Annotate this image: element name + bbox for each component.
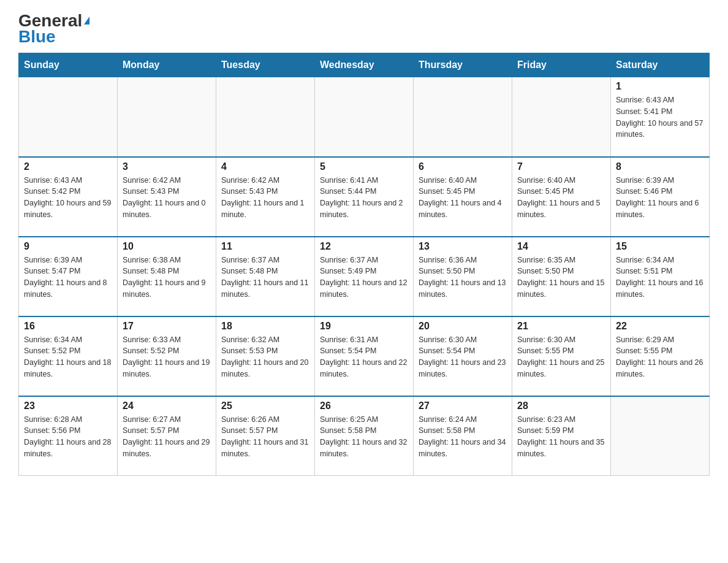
day-info: Sunrise: 6:34 AMSunset: 5:52 PMDaylight:…	[24, 334, 112, 380]
day-number: 9	[24, 241, 112, 252]
calendar-cell: 17Sunrise: 6:33 AMSunset: 5:52 PMDayligh…	[118, 316, 216, 396]
day-info: Sunrise: 6:36 AMSunset: 5:50 PMDaylight:…	[419, 255, 507, 301]
calendar-cell: 19Sunrise: 6:31 AMSunset: 5:54 PMDayligh…	[315, 316, 414, 396]
day-number: 27	[419, 400, 507, 412]
calendar-cell: 20Sunrise: 6:30 AMSunset: 5:54 PMDayligh…	[414, 316, 512, 396]
calendar-week-row: 1Sunrise: 6:43 AMSunset: 5:41 PMDaylight…	[19, 77, 710, 157]
calendar-week-row: 16Sunrise: 6:34 AMSunset: 5:52 PMDayligh…	[19, 316, 710, 396]
day-info: Sunrise: 6:42 AMSunset: 5:43 PMDaylight:…	[123, 175, 211, 221]
day-number: 14	[517, 241, 605, 252]
calendar-cell: 26Sunrise: 6:25 AMSunset: 5:58 PMDayligh…	[315, 396, 414, 476]
day-number: 11	[221, 241, 309, 252]
day-number: 3	[123, 161, 211, 172]
day-info: Sunrise: 6:24 AMSunset: 5:58 PMDaylight:…	[419, 414, 507, 460]
page-header: General Blue	[18, 12, 710, 47]
day-info: Sunrise: 6:28 AMSunset: 5:56 PMDaylight:…	[24, 414, 112, 460]
day-info: Sunrise: 6:23 AMSunset: 5:59 PMDaylight:…	[517, 414, 605, 460]
logo: General Blue	[18, 12, 89, 47]
calendar-cell: 10Sunrise: 6:38 AMSunset: 5:48 PMDayligh…	[118, 237, 216, 316]
calendar-cell: 27Sunrise: 6:24 AMSunset: 5:58 PMDayligh…	[414, 396, 512, 476]
day-number: 19	[320, 321, 408, 332]
calendar-cell: 16Sunrise: 6:34 AMSunset: 5:52 PMDayligh…	[19, 316, 118, 396]
calendar-cell: 25Sunrise: 6:26 AMSunset: 5:57 PMDayligh…	[216, 396, 315, 476]
calendar-cell: 9Sunrise: 6:39 AMSunset: 5:47 PMDaylight…	[19, 237, 118, 316]
calendar-cell: 21Sunrise: 6:30 AMSunset: 5:55 PMDayligh…	[512, 316, 611, 396]
day-number: 22	[616, 321, 704, 332]
calendar-cell: 4Sunrise: 6:42 AMSunset: 5:43 PMDaylight…	[216, 157, 315, 237]
calendar-cell	[414, 77, 512, 157]
day-info: Sunrise: 6:32 AMSunset: 5:53 PMDaylight:…	[221, 334, 309, 380]
calendar-header-row: SundayMondayTuesdayWednesdayThursdayFrid…	[19, 53, 710, 77]
calendar-cell: 12Sunrise: 6:37 AMSunset: 5:49 PMDayligh…	[315, 237, 414, 316]
calendar-cell: 24Sunrise: 6:27 AMSunset: 5:57 PMDayligh…	[118, 396, 216, 476]
day-number: 28	[517, 400, 605, 412]
weekday-header-saturday: Saturday	[611, 53, 710, 77]
weekday-header-wednesday: Wednesday	[315, 53, 414, 77]
calendar-table: SundayMondayTuesdayWednesdayThursdayFrid…	[18, 53, 710, 476]
day-number: 4	[221, 161, 309, 172]
day-info: Sunrise: 6:42 AMSunset: 5:43 PMDaylight:…	[221, 175, 309, 221]
day-info: Sunrise: 6:41 AMSunset: 5:44 PMDaylight:…	[320, 175, 408, 221]
day-info: Sunrise: 6:43 AMSunset: 5:41 PMDaylight:…	[616, 94, 704, 140]
day-info: Sunrise: 6:33 AMSunset: 5:52 PMDaylight:…	[123, 334, 211, 380]
calendar-cell: 1Sunrise: 6:43 AMSunset: 5:41 PMDaylight…	[611, 77, 710, 157]
calendar-cell	[512, 77, 611, 157]
day-info: Sunrise: 6:39 AMSunset: 5:46 PMDaylight:…	[616, 175, 704, 221]
calendar-cell	[216, 77, 315, 157]
day-number: 13	[419, 241, 507, 252]
day-number: 6	[419, 161, 507, 172]
day-number: 10	[123, 241, 211, 252]
calendar-cell: 11Sunrise: 6:37 AMSunset: 5:48 PMDayligh…	[216, 237, 315, 316]
day-info: Sunrise: 6:34 AMSunset: 5:51 PMDaylight:…	[616, 255, 704, 301]
calendar-cell	[118, 77, 216, 157]
day-info: Sunrise: 6:43 AMSunset: 5:42 PMDaylight:…	[24, 175, 112, 221]
day-info: Sunrise: 6:30 AMSunset: 5:55 PMDaylight:…	[517, 334, 605, 380]
day-number: 5	[320, 161, 408, 172]
calendar-cell: 28Sunrise: 6:23 AMSunset: 5:59 PMDayligh…	[512, 396, 611, 476]
day-number: 7	[517, 161, 605, 172]
day-info: Sunrise: 6:30 AMSunset: 5:54 PMDaylight:…	[419, 334, 507, 380]
day-number: 25	[221, 400, 309, 412]
calendar-cell	[611, 396, 710, 476]
calendar-cell: 23Sunrise: 6:28 AMSunset: 5:56 PMDayligh…	[19, 396, 118, 476]
day-number: 23	[24, 400, 112, 412]
day-info: Sunrise: 6:27 AMSunset: 5:57 PMDaylight:…	[123, 414, 211, 460]
calendar-cell	[315, 77, 414, 157]
calendar-cell: 14Sunrise: 6:35 AMSunset: 5:50 PMDayligh…	[512, 237, 611, 316]
day-number: 16	[24, 321, 112, 332]
calendar-cell: 8Sunrise: 6:39 AMSunset: 5:46 PMDaylight…	[611, 157, 710, 237]
calendar-cell: 7Sunrise: 6:40 AMSunset: 5:45 PMDaylight…	[512, 157, 611, 237]
day-number: 21	[517, 321, 605, 332]
calendar-cell: 18Sunrise: 6:32 AMSunset: 5:53 PMDayligh…	[216, 316, 315, 396]
calendar-cell: 13Sunrise: 6:36 AMSunset: 5:50 PMDayligh…	[414, 237, 512, 316]
calendar-cell: 3Sunrise: 6:42 AMSunset: 5:43 PMDaylight…	[118, 157, 216, 237]
day-number: 24	[123, 400, 211, 412]
weekday-header-thursday: Thursday	[414, 53, 512, 77]
logo-blue-text: Blue	[18, 27, 56, 47]
day-info: Sunrise: 6:29 AMSunset: 5:55 PMDaylight:…	[616, 334, 704, 380]
calendar-week-row: 2Sunrise: 6:43 AMSunset: 5:42 PMDaylight…	[19, 157, 710, 237]
weekday-header-friday: Friday	[512, 53, 611, 77]
weekday-header-monday: Monday	[118, 53, 216, 77]
calendar-cell: 6Sunrise: 6:40 AMSunset: 5:45 PMDaylight…	[414, 157, 512, 237]
day-number: 26	[320, 400, 408, 412]
day-info: Sunrise: 6:31 AMSunset: 5:54 PMDaylight:…	[320, 334, 408, 380]
calendar-cell: 5Sunrise: 6:41 AMSunset: 5:44 PMDaylight…	[315, 157, 414, 237]
day-info: Sunrise: 6:37 AMSunset: 5:49 PMDaylight:…	[320, 255, 408, 301]
day-number: 15	[616, 241, 704, 252]
calendar-cell: 22Sunrise: 6:29 AMSunset: 5:55 PMDayligh…	[611, 316, 710, 396]
day-info: Sunrise: 6:40 AMSunset: 5:45 PMDaylight:…	[419, 175, 507, 221]
calendar-week-row: 23Sunrise: 6:28 AMSunset: 5:56 PMDayligh…	[19, 396, 710, 476]
day-number: 12	[320, 241, 408, 252]
day-info: Sunrise: 6:40 AMSunset: 5:45 PMDaylight:…	[517, 175, 605, 221]
weekday-header-tuesday: Tuesday	[216, 53, 315, 77]
day-info: Sunrise: 6:38 AMSunset: 5:48 PMDaylight:…	[123, 255, 211, 301]
day-number: 8	[616, 161, 704, 172]
day-info: Sunrise: 6:26 AMSunset: 5:57 PMDaylight:…	[221, 414, 309, 460]
day-info: Sunrise: 6:39 AMSunset: 5:47 PMDaylight:…	[24, 255, 112, 301]
day-info: Sunrise: 6:35 AMSunset: 5:50 PMDaylight:…	[517, 255, 605, 301]
calendar-cell	[19, 77, 118, 157]
day-info: Sunrise: 6:25 AMSunset: 5:58 PMDaylight:…	[320, 414, 408, 460]
calendar-cell: 2Sunrise: 6:43 AMSunset: 5:42 PMDaylight…	[19, 157, 118, 237]
calendar-week-row: 9Sunrise: 6:39 AMSunset: 5:47 PMDaylight…	[19, 237, 710, 316]
